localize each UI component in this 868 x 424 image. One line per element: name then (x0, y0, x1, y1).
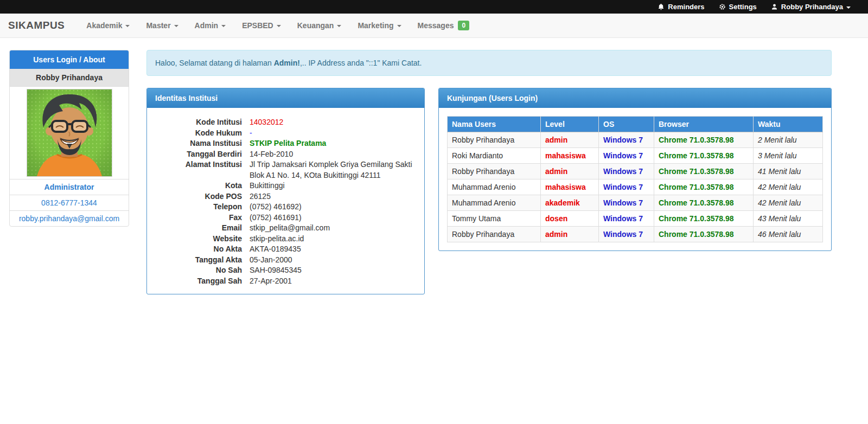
reminders-button[interactable]: Reminders (658, 3, 704, 11)
table-row: Robby Prihandaya admin Windows 7 Chrome … (448, 227, 823, 242)
page-content: Users Login / About Robby Prihandaya (0, 38, 868, 294)
messages-badge: 0 (458, 21, 469, 30)
table-row: Muhammad Arenio mahasiswa Windows 7 Chro… (448, 179, 823, 195)
identitas-value: stkip_pelita@gmail.com (250, 223, 330, 234)
kunjungan-panel: Kunjungan (Users Login) Nama UsersLevelO… (438, 88, 832, 251)
identitas-panel: Identitas Institusi Kode Intitusi 140320… (146, 88, 425, 294)
identitas-row: Kode Intitusi 14032012 (155, 117, 416, 128)
identitas-value: SAH-09845345 (250, 265, 302, 276)
identitas-value: - (250, 128, 252, 139)
cell-waktu: 42 Menit lalu (754, 179, 823, 195)
cell-nama-users: Robby Prihandaya (448, 164, 541, 179)
identitas-value: STKIP Pelita Pratama (250, 138, 326, 149)
identitas-label: Email (155, 223, 242, 234)
identitas-panel-title: Identitas Institusi (147, 88, 424, 108)
nav-label: Keuangan (297, 21, 334, 30)
chevron-down-icon (846, 7, 851, 9)
sidebar-item-email[interactable]: robby.prihandaya@gmail.com (10, 210, 129, 226)
chevron-down-icon (397, 25, 401, 27)
cell-level: dosen (541, 211, 599, 227)
identitas-row: Tanggal Berdiri 14-Feb-2010 (155, 149, 416, 160)
avatar-frame (27, 89, 112, 177)
kunjungan-table: Nama UsersLevelOSBrowserWaktu Robby Prih… (447, 116, 823, 242)
cell-os: Windows 7 (599, 148, 654, 164)
cell-os: Windows 7 (599, 179, 654, 195)
cell-level: mahasiswa (541, 179, 599, 195)
chevron-down-icon (174, 25, 178, 27)
cell-browser: Chrome 71.0.3578.98 (654, 132, 754, 148)
kunjungan-panel-title: Kunjungan (Users Login) (439, 88, 831, 108)
cell-level: admin (541, 132, 599, 148)
user-menu[interactable]: Robby Prihandaya (771, 3, 851, 11)
chevron-down-icon (221, 25, 226, 27)
sidebar-header[interactable]: Users Login / About (10, 50, 129, 69)
main-column: Haloo, Selamat datang di halaman Admin!,… (146, 50, 832, 294)
cell-browser: Chrome 71.0.3578.98 (654, 164, 754, 179)
identitas-label: Kode Intitusi (155, 117, 242, 128)
identitas-row: Kode Hukum - (155, 128, 416, 139)
settings-label: Settings (729, 3, 757, 11)
cell-waktu: 41 Menit lalu (754, 164, 823, 179)
identitas-label: Kode Hukum (155, 128, 242, 139)
identitas-value: (0752) 461692) (250, 202, 302, 213)
nav-item-epsbed[interactable]: EPSBED (234, 14, 289, 38)
brand-logo[interactable]: SIKAMPUS (8, 20, 65, 31)
settings-button[interactable]: Settings (719, 3, 757, 11)
cell-os: Windows 7 (599, 195, 654, 211)
nav-item-messages[interactable]: Messages0 (410, 14, 478, 38)
identitas-row: No Akta AKTA-0189435 (155, 244, 416, 255)
alert-text-suffix: ,.. IP Address anda "::1" Kami Catat. (300, 59, 422, 67)
cell-browser: Chrome 71.0.3578.98 (654, 195, 754, 211)
identitas-row: No Sah SAH-09845345 (155, 265, 416, 276)
nav-label: EPSBED (242, 21, 273, 30)
kunjungan-panel-body: Nama UsersLevelOSBrowserWaktu Robby Prih… (439, 108, 831, 250)
cell-browser: Chrome 71.0.3578.98 (654, 211, 754, 227)
table-row: Muhammad Arenio akademik Windows 7 Chrom… (448, 195, 823, 211)
cell-waktu: 2 Menit lalu (754, 132, 823, 148)
nav-label: Akademik (86, 21, 122, 30)
chevron-down-icon (125, 25, 130, 27)
identitas-row: Kota Bukittinggi (155, 181, 416, 191)
nav-item-marketing[interactable]: Marketing (349, 14, 409, 38)
main-navbar: SIKAMPUS Akademik Master Admin EPSBED Ke… (0, 14, 868, 38)
nav-label: Master (146, 21, 170, 30)
cell-nama-users: Robby Prihandaya (448, 227, 541, 242)
identitas-row: Alamat Institusi Jl Trip Jamaksari Kompl… (155, 159, 416, 181)
table-row: Tommy Utama dosen Windows 7 Chrome 71.0.… (448, 211, 823, 227)
identitas-label: No Sah (155, 265, 242, 276)
table-row: Robby Prihandaya admin Windows 7 Chrome … (448, 132, 823, 148)
cartoon-avatar-image (27, 89, 112, 176)
reminders-label: Reminders (668, 3, 704, 11)
alert-text-prefix: Haloo, Selamat datang di halaman (155, 59, 274, 67)
cell-os: Windows 7 (599, 227, 654, 242)
identitas-row: Tanggal Sah 27-Apr-2001 (155, 276, 416, 287)
identitas-row: Fax (0752) 461691) (155, 213, 416, 223)
cell-nama-users: Muhammad Arenio (448, 195, 541, 211)
table-row: Roki Mardianto mahasiswa Windows 7 Chrom… (448, 148, 823, 164)
column-header: Nama Users (448, 117, 541, 132)
cell-nama-users: Muhammad Arenio (448, 179, 541, 195)
identitas-label: Fax (155, 213, 242, 223)
identitas-row: Telepon (0752) 461692) (155, 202, 416, 213)
identitas-value: (0752) 461691) (250, 213, 302, 223)
sidebar: Users Login / About Robby Prihandaya (9, 50, 129, 227)
nav-item-master[interactable]: Master (138, 14, 186, 38)
cell-level: akademik (541, 195, 599, 211)
nav-label: Admin (195, 21, 219, 30)
nav-item-akademik[interactable]: Akademik (78, 14, 138, 38)
sidebar-username: Robby Prihandaya (10, 69, 129, 87)
identitas-label: No Akta (155, 244, 242, 255)
nav-item-admin[interactable]: Admin (187, 14, 234, 38)
identitas-value: 05-Jan-2000 (250, 255, 292, 266)
nav-item-keuangan[interactable]: Keuangan (289, 14, 350, 38)
identitas-label: Kota (155, 181, 242, 191)
sidebar-item-phone[interactable]: 0812-6777-1344 (10, 195, 129, 210)
cell-level: admin (541, 164, 599, 179)
identitas-row: Website stkip-pelita.ac.id (155, 234, 416, 245)
table-row: Robby Prihandaya admin Windows 7 Chrome … (448, 164, 823, 179)
nav-label: Marketing (358, 21, 393, 30)
identitas-value: 26125 (250, 191, 271, 202)
sidebar-item-role: Administrator (10, 179, 129, 195)
cell-waktu: 46 Menit lalu (754, 227, 823, 242)
cell-browser: Chrome 71.0.3578.98 (654, 148, 754, 164)
